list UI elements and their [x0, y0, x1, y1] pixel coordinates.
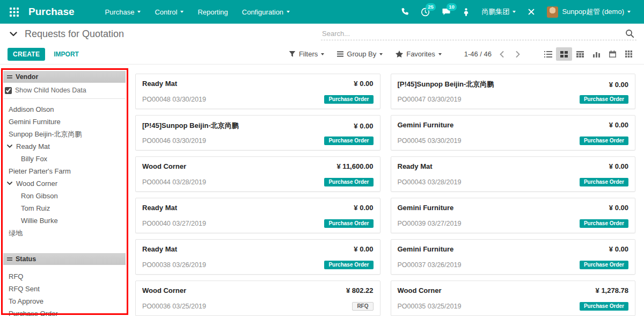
- kanban-card[interactable]: Ready Mat ¥ 0.00 PO00038 03/26/2019 Purc…: [135, 239, 380, 275]
- kanban-view-button[interactable]: [556, 47, 572, 61]
- activity-view-button[interactable]: [620, 47, 636, 61]
- card-bottom-row: PO00046 03/30/2019 Purchase Order: [142, 137, 374, 145]
- vendor-tree-item[interactable]: Gemini Furniture: [3, 116, 126, 128]
- menu-purchase[interactable]: Purchase: [98, 0, 148, 24]
- create-button[interactable]: CREATE: [8, 48, 45, 61]
- status-tree: RFQ RFQ Sent To Approve Purchase Order: [3, 270, 126, 316]
- card-bottom-row: PO00048 03/30/2019 Purchase Order: [142, 95, 374, 104]
- search-box: [321, 27, 636, 40]
- chevron-down-icon[interactable]: [7, 145, 14, 148]
- show-child-nodes-checkbox[interactable]: [5, 87, 12, 94]
- menu-control[interactable]: Control: [148, 0, 191, 24]
- messages-button[interactable]: 10: [436, 0, 457, 24]
- vendor-tree-item[interactable]: Addison Olson: [3, 103, 126, 116]
- vendor-tree-item[interactable]: Billy Fox: [3, 153, 126, 165]
- search-input[interactable]: [322, 30, 624, 38]
- card-vendor: [P!45]Sunpop Beijin-北京尚鹏: [142, 121, 239, 131]
- kanban-card[interactable]: Gemini Furniture ¥ 0.00 PO00037 03/26/20…: [391, 239, 636, 275]
- section-bars-icon: [7, 75, 12, 79]
- filters-button[interactable]: Filters: [289, 50, 324, 58]
- pager-next-button[interactable]: [512, 49, 524, 60]
- vendor-tree-item[interactable]: Pieter Parter's Farm: [3, 165, 126, 177]
- card-top-row: [P!45]Sunpop Beijin-北京尚鹏 ¥ 0.00: [398, 80, 629, 89]
- vendor-section-header[interactable]: Vendor: [3, 71, 126, 83]
- apps-menu-button[interactable]: [8, 5, 21, 19]
- kanban-card[interactable]: Wood Corner ¥ 11,600.00 PO00044 03/28/20…: [135, 156, 380, 192]
- menu-configuration[interactable]: Configuration: [235, 0, 297, 24]
- status-tree-item[interactable]: RFQ: [3, 270, 126, 283]
- favorites-button[interactable]: Favorites: [396, 50, 441, 58]
- vendor-tree-item[interactable]: Sunpop Beijin-北京尚鹏: [3, 128, 126, 140]
- vendor-tree-item[interactable]: Ron Gibson: [3, 190, 126, 202]
- vendor-tree-item[interactable]: 绿地: [3, 227, 126, 239]
- status-tree-item[interactable]: To Approve: [3, 295, 126, 307]
- kanban-card[interactable]: [P!45]Sunpop Beijin-北京尚鹏 ¥ 0.00 PO00046 …: [135, 115, 380, 150]
- graph-view-icon: [593, 51, 600, 58]
- group-by-button[interactable]: Group By: [337, 50, 383, 58]
- calendar-view-button[interactable]: [604, 47, 620, 61]
- tools-button[interactable]: [522, 0, 541, 24]
- purchase-app-screen: Purchase Purchase Control Reporting Conf…: [0, 0, 644, 316]
- pivot-view-button[interactable]: [572, 47, 588, 61]
- chevron-down-icon[interactable]: [7, 182, 14, 185]
- vendor-tree-item[interactable]: Tom Ruiz: [3, 202, 126, 214]
- card-amount: ¥ 0.00: [354, 245, 373, 253]
- vendor-label: Tom Ruiz: [21, 204, 50, 212]
- kanban-card[interactable]: Gemini Furniture ¥ 0.00 PO00045 03/30/20…: [391, 115, 636, 150]
- card-top-row: [P!45]Sunpop Beijin-北京尚鹏 ¥ 0.00: [142, 121, 374, 131]
- app-title[interactable]: Purchase: [28, 6, 75, 18]
- caret-down-icon: [180, 11, 184, 13]
- caret-down-icon: [513, 11, 516, 13]
- card-top-row: Ready Mat ¥ 0.00: [142, 245, 374, 253]
- kanban-card[interactable]: Wood Corner ¥ 802.22 PO00036 03/25/2019 …: [135, 281, 380, 316]
- top-menu: Purchase Control Reporting Configuration: [98, 0, 297, 24]
- card-amount: ¥ 0.00: [609, 121, 628, 129]
- show-child-nodes-label: Show Child Nodes Data: [15, 87, 86, 94]
- vendor-label: Wood Corner: [16, 179, 57, 188]
- user-menu[interactable]: Sunpop超管 (demo): [541, 0, 636, 24]
- company-switcher[interactable]: 尚鹏集团: [475, 0, 522, 24]
- vendor-tree-item[interactable]: Willie Burke: [3, 214, 126, 227]
- kanban-card[interactable]: Gemini Furniture ¥ 0.00 PO00039 03/27/20…: [391, 198, 636, 233]
- cross-tools-icon: [528, 8, 535, 16]
- vendor-label: Billy Fox: [21, 155, 47, 163]
- kanban-card[interactable]: Ready Mat ¥ 0.00 PO00040 03/27/2019 Purc…: [135, 198, 380, 233]
- phone-icon: [400, 8, 409, 16]
- kanban-card[interactable]: [P!45]Sunpop Beijin-北京尚鹏 ¥ 0.00 PO00047 …: [391, 74, 636, 109]
- vendor-tree-item[interactable]: Wood Corner: [3, 177, 126, 190]
- card-bottom-row: PO00039 03/27/2019 Purchase Order: [398, 219, 629, 228]
- kanban-card[interactable]: Ready Mat ¥ 0.00 PO00048 03/30/2019 Purc…: [135, 74, 380, 109]
- kanban-card[interactable]: Ready Mat ¥ 0.00 PO00043 03/28/2019 Purc…: [391, 156, 636, 192]
- user-name: Sunpop超管 (demo): [562, 7, 624, 17]
- card-reference: PO00038 03/26/2019: [142, 261, 206, 269]
- kanban-card[interactable]: Wood Corner ¥ 1,278.78 PO00035 03/25/201…: [391, 281, 636, 316]
- card-vendor: Wood Corner: [398, 286, 442, 295]
- status-section-header[interactable]: Status: [3, 253, 126, 265]
- vendor-tree-item[interactable]: Ready Mat: [3, 140, 126, 153]
- status-tree-item[interactable]: RFQ Sent: [3, 283, 126, 295]
- pager-value[interactable]: 1-46 / 46: [464, 50, 492, 58]
- search-button[interactable]: [624, 29, 635, 38]
- group-by-icon: [337, 51, 343, 57]
- card-amount: ¥ 0.00: [609, 81, 628, 89]
- card-vendor: Ready Mat: [142, 80, 177, 88]
- phone-button[interactable]: [394, 0, 415, 24]
- chevron-down-icon: [10, 32, 17, 37]
- calendar-view-icon: [609, 51, 616, 58]
- collapse-chevron-button[interactable]: [8, 30, 19, 39]
- person-button[interactable]: [457, 0, 475, 24]
- card-bottom-row: PO00037 03/26/2019 Purchase Order: [398, 261, 629, 269]
- pager-previous-button[interactable]: [496, 49, 508, 60]
- activities-button[interactable]: 25: [415, 0, 436, 24]
- tree-sidebar: Vendor Show Child Nodes Data Addison Ols…: [0, 64, 129, 316]
- import-button[interactable]: IMPORT: [54, 51, 79, 58]
- card-top-row: Ready Mat ¥ 0.00: [142, 204, 374, 212]
- card-bottom-row: PO00047 03/30/2019 Purchase Order: [398, 95, 629, 104]
- menu-reporting[interactable]: Reporting: [191, 0, 235, 24]
- card-amount: ¥ 802.22: [346, 286, 374, 295]
- graph-view-button[interactable]: [588, 47, 604, 61]
- content-area: Vendor Show Child Nodes Data Addison Ols…: [0, 64, 644, 316]
- list-view-button[interactable]: [540, 47, 556, 61]
- status-tree-item[interactable]: Purchase Order: [3, 307, 126, 316]
- chevron-left-icon: [500, 51, 504, 58]
